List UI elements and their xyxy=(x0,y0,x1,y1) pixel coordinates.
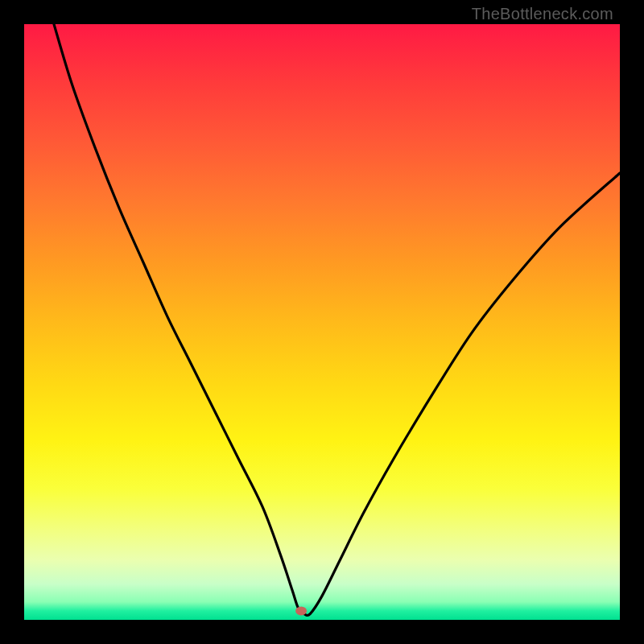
notch-marker xyxy=(295,606,307,615)
bottleneck-curve xyxy=(54,24,620,616)
watermark-text: TheBottleneck.com xyxy=(472,5,613,23)
plot-area xyxy=(24,24,620,620)
chart-frame: TheBottleneck.com xyxy=(0,0,644,644)
curve-svg xyxy=(24,24,620,620)
